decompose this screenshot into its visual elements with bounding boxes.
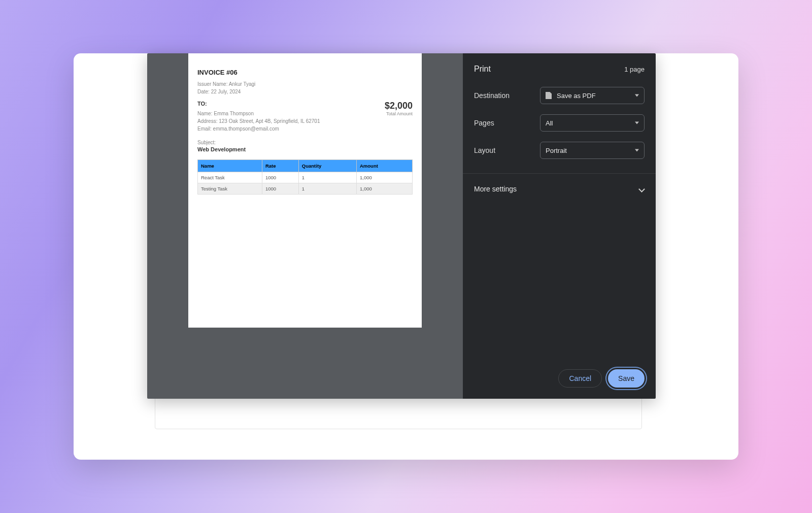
col-name: Name: [198, 160, 262, 172]
cell-rate: 1000: [262, 172, 298, 183]
col-quantity: Quantity: [298, 160, 356, 172]
issuer-value: Ankur Tyagi: [229, 81, 256, 87]
total-amount: $2,000: [385, 101, 413, 111]
cell-name: Testing Task: [198, 183, 262, 195]
to-name: Emma Thompson: [214, 111, 254, 116]
destination-select[interactable]: Save as PDF: [540, 87, 645, 104]
total-amount-label: Total Amount: [385, 111, 413, 116]
more-settings-label: More settings: [474, 185, 517, 193]
cell-name: React Task: [198, 172, 262, 183]
invoice-title: INVOICE #06: [197, 69, 413, 76]
pages-value: All: [546, 119, 553, 127]
col-rate: Rate: [262, 160, 298, 172]
save-button[interactable]: Save: [608, 369, 645, 388]
table-row: React Task 1000 1 1,000: [198, 172, 413, 183]
date-value: 22 July, 2024: [211, 89, 241, 94]
cell-rate: 1000: [262, 183, 298, 195]
print-dialog: INVOICE #06 Issuer Name: Ankur Tyagi Dat…: [147, 53, 656, 399]
invoice-items-table: Name Rate Quantity Amount React Task 100…: [197, 159, 413, 195]
print-settings-pane: Print 1 page Destination Save as PDF Pag…: [463, 53, 656, 399]
to-name-label: Name:: [197, 111, 212, 116]
layout-value: Portrait: [546, 147, 567, 154]
destination-label: Destination: [474, 91, 540, 100]
layout-select[interactable]: Portrait: [540, 142, 645, 159]
pages-label: Pages: [474, 119, 540, 127]
layout-label: Layout: [474, 146, 540, 154]
chevron-down-icon: [638, 186, 645, 192]
app-window: INVOICE #06 Issuer Name: Ankur Tyagi Dat…: [74, 53, 738, 460]
cell-amount: 1,000: [357, 172, 413, 183]
invoice-meta: Issuer Name: Ankur Tyagi Date: 22 July, …: [197, 80, 413, 95]
more-settings-toggle[interactable]: More settings: [474, 183, 645, 195]
to-label: TO:: [197, 101, 320, 107]
page-count: 1 page: [624, 66, 645, 73]
dialog-title: Print: [474, 65, 491, 74]
to-address-label: Address:: [197, 118, 217, 124]
pdf-icon: [546, 92, 552, 99]
to-block: Name: Emma Thompson Address: 123 Oak Str…: [197, 110, 320, 133]
preview-page: INVOICE #06 Issuer Name: Ankur Tyagi Dat…: [188, 53, 422, 328]
chevron-down-icon: [635, 149, 639, 152]
cell-amount: 1,000: [357, 183, 413, 195]
chevron-down-icon: [635, 122, 639, 124]
print-preview-pane: INVOICE #06 Issuer Name: Ankur Tyagi Dat…: [147, 53, 463, 399]
date-label: Date:: [197, 89, 210, 94]
to-email: emma.thompson@email.com: [213, 126, 279, 132]
subject-value: Web Development: [197, 146, 413, 152]
chevron-down-icon: [635, 94, 639, 97]
pages-select[interactable]: All: [540, 114, 645, 132]
cell-qty: 1: [298, 172, 356, 183]
cancel-button[interactable]: Cancel: [558, 369, 602, 388]
to-address: 123 Oak Street, Apt 4B, Springfield, IL …: [219, 118, 320, 124]
table-row: Testing Task 1000 1 1,000: [198, 183, 413, 195]
subject-label: Subject:: [197, 140, 413, 145]
col-amount: Amount: [357, 160, 413, 172]
cell-qty: 1: [298, 183, 356, 195]
destination-value: Save as PDF: [557, 92, 596, 100]
to-email-label: Email:: [197, 126, 212, 132]
divider: [463, 173, 656, 174]
issuer-label: Issuer Name:: [197, 81, 227, 87]
